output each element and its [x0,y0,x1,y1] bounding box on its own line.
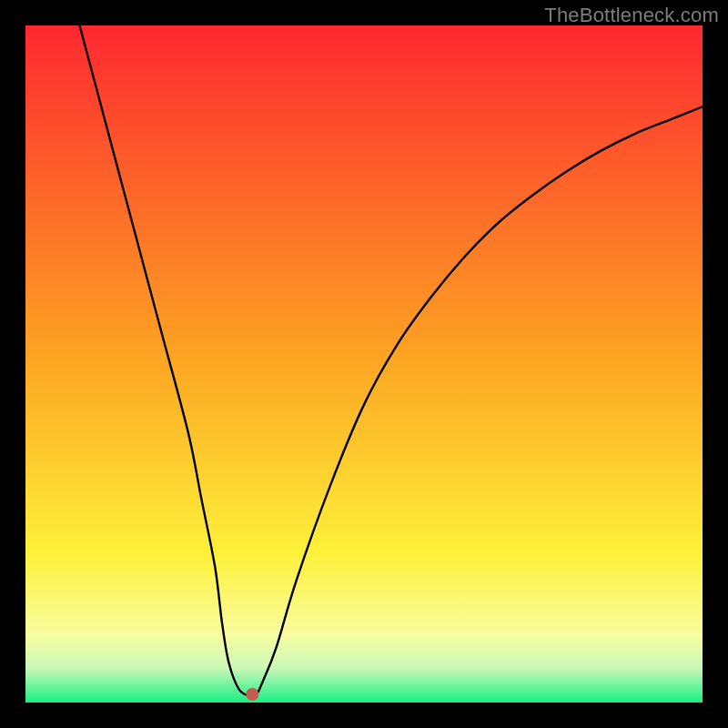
optimal-point-marker [246,688,258,701]
chart-frame [25,25,703,703]
bottleneck-chart [25,25,703,703]
watermark-text: TheBottleneck.com [544,4,719,27]
gradient-background [25,25,703,703]
